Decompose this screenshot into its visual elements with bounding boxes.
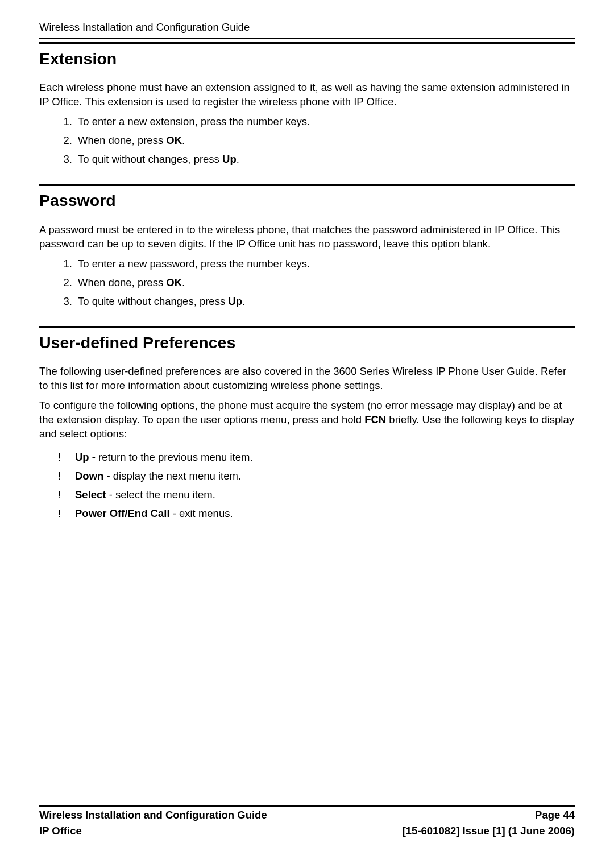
heading-prefs: User-defined Preferences	[39, 332, 575, 353]
password-step-3: To quite without changes, press Up.	[75, 295, 575, 309]
prefs-bullet-down: Down - display the next menu item.	[58, 469, 575, 483]
text: - display the next menu item.	[103, 470, 241, 482]
prefs-bullet-select: Select - select the menu item.	[58, 488, 575, 502]
bold-fcn: FCN	[364, 414, 386, 425]
prefs-body: The following user-defined preferences a…	[39, 365, 575, 521]
password-intro: A password must be entered in to the wir…	[39, 223, 575, 251]
header-divider	[39, 38, 575, 39]
password-step-2: When done, press OK.	[75, 276, 575, 290]
prefs-bullet-up: Up - return to the previous menu item.	[58, 450, 575, 465]
bold-up: Up	[228, 295, 242, 307]
bold-down: Down	[75, 470, 103, 482]
text: - select the menu item.	[106, 489, 215, 501]
password-body: A password must be entered in to the wir…	[39, 223, 575, 309]
password-step-1: To enter a new password, press the numbe…	[75, 257, 575, 271]
footer-product: IP Office	[39, 824, 82, 838]
bold-ok: OK	[166, 134, 182, 146]
extension-steps: To enter a new extension, press the numb…	[39, 115, 575, 167]
text: .	[237, 153, 239, 165]
heading-extension: Extension	[39, 48, 575, 69]
text: .	[182, 134, 185, 146]
extension-step-3: To quit without changes, press Up.	[75, 152, 575, 167]
footer-issue: [15-601082] Issue [1] (1 June 2006)	[403, 824, 575, 838]
text: - exit menus.	[170, 507, 233, 519]
bold-up: Up -	[75, 451, 96, 463]
bold-up: Up	[222, 153, 237, 165]
prefs-p1: The following user-defined preferences a…	[39, 365, 575, 393]
text: When done, press	[78, 276, 166, 288]
page-footer: Wireless Installation and Configuration …	[39, 805, 575, 838]
section-divider-password-top	[39, 184, 575, 186]
section-divider-prefs-top	[39, 326, 575, 328]
prefs-bullets: Up - return to the previous menu item. D…	[39, 450, 575, 521]
password-steps: To enter a new password, press the numbe…	[39, 257, 575, 309]
bold-select: Select	[75, 489, 106, 501]
footer-doc-title: Wireless Installation and Configuration …	[39, 808, 267, 822]
text: .	[182, 276, 185, 288]
footer-page-number: Page 44	[535, 808, 575, 822]
extension-intro: Each wireless phone must have an extensi…	[39, 81, 575, 109]
bold-ok: OK	[166, 276, 182, 288]
extension-step-1: To enter a new extension, press the numb…	[75, 115, 575, 129]
running-header: Wireless Installation and Configuration …	[39, 20, 575, 35]
text: To quit without changes, press	[78, 153, 222, 165]
text: When done, press	[78, 134, 166, 146]
prefs-bullet-power: Power Off/End Call - exit menus.	[58, 507, 575, 521]
text: return to the previous menu item.	[96, 451, 253, 463]
footer-divider	[39, 805, 575, 807]
text: To quite without changes, press	[78, 295, 228, 307]
text: .	[242, 295, 245, 307]
section-divider-extension-top	[39, 42, 575, 44]
heading-password: Password	[39, 189, 575, 211]
bold-power-off: Power Off/End Call	[75, 507, 170, 519]
extension-step-2: When done, press OK.	[75, 134, 575, 148]
prefs-p2: To configure the following options, the …	[39, 399, 575, 441]
extension-body: Each wireless phone must have an extensi…	[39, 81, 575, 167]
